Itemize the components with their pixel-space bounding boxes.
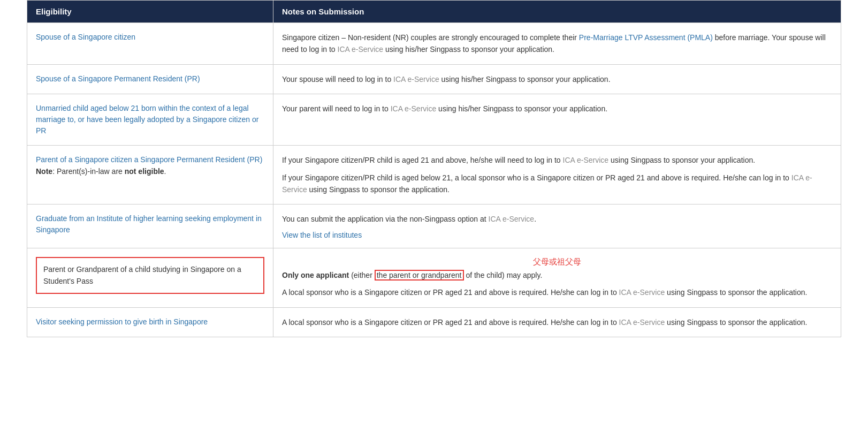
row-graduate: Graduate from an Institute of higher lea… [27, 204, 841, 247]
pmla-link[interactable]: Pre-Marriage LTVP Assessment (PMLA) [579, 33, 713, 42]
header-eligibility: Eligibility [27, 1, 273, 22]
only-one-applicant-bold: Only one applicant [282, 271, 349, 279]
eligibility-text-parent-main: Parent of a Singapore citizen a Singapor… [36, 155, 262, 164]
notes-para-grandparent-1: Only one applicant (either the parent or… [282, 269, 832, 281]
notes-para-visitor-birth: A local sponsor who is a Singapore citiz… [282, 316, 832, 328]
row-parent-grandparent-student: Parent or Grandparent of a child studyin… [27, 248, 841, 307]
row-parent-citizen-pr: Parent of a Singapore citizen a Singapor… [27, 145, 841, 204]
notes-para-parent-2: If your Singapore citizen/PR child is ag… [282, 172, 832, 196]
row-spouse-pr: Spouse of a Singapore Permanent Resident… [27, 64, 841, 94]
notes-spouse-pr: Your spouse will need to log in to ICA e… [273, 65, 841, 94]
notes-para-graduate: You can submit the application via the n… [282, 213, 832, 225]
row-spouse-citizen: Spouse of a Singapore citizen Singapore … [27, 22, 841, 64]
highlighted-phrase: the parent or grandparent [375, 270, 464, 281]
row-visitor-birth: Visitor seeking permission to give birth… [27, 307, 841, 337]
ica-link-4[interactable]: ICA e-Service [563, 156, 609, 164]
eligibility-parent-grandparent: Parent or Grandparent of a child studyin… [27, 248, 273, 307]
eligibility-graduate: Graduate from an Institute of higher lea… [27, 204, 273, 247]
eligibility-text-visitor-birth: Visitor seeking permission to give birth… [36, 317, 208, 326]
row-unmarried-child: Unmarried child aged below 21 born withi… [27, 94, 841, 145]
eligibility-text-parent-grandparent: Parent or Grandparent of a child studyin… [43, 265, 241, 285]
notes-para-spouse-pr: Your spouse will need to log in to ICA e… [282, 73, 832, 85]
eligibility-spouse-pr: Spouse of a Singapore Permanent Resident… [27, 65, 273, 94]
notes-para-unmarried-child: Your parent will need to log in to ICA e… [282, 103, 832, 115]
ica-link-2[interactable]: ICA e-Service [393, 75, 439, 84]
ica-link-1[interactable]: ICA e-Service [338, 45, 384, 54]
notes-spouse-citizen: Singapore citizen – Non-resident (NR) co… [273, 23, 841, 64]
notes-graduate: You can submit the application via the n… [273, 204, 841, 247]
notes-parent-grandparent: 父母或祖父母 Only one applicant (either the pa… [273, 248, 841, 307]
notes-para-grandparent-2: A local sponsor who is a Singapore citiz… [282, 286, 832, 298]
eligibility-text-parent-note: Note: Parent(s)-in-law are not eligible. [36, 167, 166, 176]
eligibility-highlighted-box: Parent or Grandparent of a child studyin… [36, 257, 264, 294]
eligibility-text-unmarried-child: Unmarried child aged below 21 born withi… [36, 104, 258, 135]
ica-link-5[interactable]: ICA e-Service [282, 173, 812, 194]
eligibility-visitor-birth: Visitor seeking permission to give birth… [27, 308, 273, 337]
eligibility-text-spouse-citizen: Spouse of a Singapore citizen [36, 33, 135, 41]
ica-link-3[interactable]: ICA e-Service [391, 104, 437, 113]
ica-link-6[interactable]: ICA e-Service [489, 215, 535, 223]
table-header: Eligibility Notes on Submission [27, 1, 841, 22]
notes-unmarried-child: Your parent will need to log in to ICA e… [273, 94, 841, 145]
notes-para-parent-1: If your Singapore citizen/PR child is ag… [282, 154, 832, 166]
view-institutes-link[interactable]: View the list of institutes [282, 231, 362, 239]
notes-para-spouse-citizen: Singapore citizen – Non-resident (NR) co… [282, 32, 832, 56]
notes-visitor-birth: A local sponsor who is a Singapore citiz… [273, 308, 841, 337]
header-notes: Notes on Submission [273, 1, 841, 22]
eligibility-spouse-citizen: Spouse of a Singapore citizen [27, 23, 273, 64]
ica-link-7[interactable]: ICA e-Service [619, 288, 665, 297]
notes-parent-citizen-pr: If your Singapore citizen/PR child is ag… [273, 146, 841, 204]
eligibility-text-graduate: Graduate from an Institute of higher lea… [36, 214, 262, 234]
chinese-annotation: 父母或祖父母 [282, 257, 832, 267]
main-table: Eligibility Notes on Submission Spouse o… [27, 0, 841, 337]
eligibility-unmarried-child: Unmarried child aged below 21 born withi… [27, 94, 273, 145]
ica-link-8[interactable]: ICA e-Service [619, 318, 665, 327]
eligibility-text-spouse-pr: Spouse of a Singapore Permanent Resident… [36, 74, 200, 83]
view-institutes-link-container: View the list of institutes [282, 231, 832, 239]
eligibility-parent-citizen-pr: Parent of a Singapore citizen a Singapor… [27, 146, 273, 204]
